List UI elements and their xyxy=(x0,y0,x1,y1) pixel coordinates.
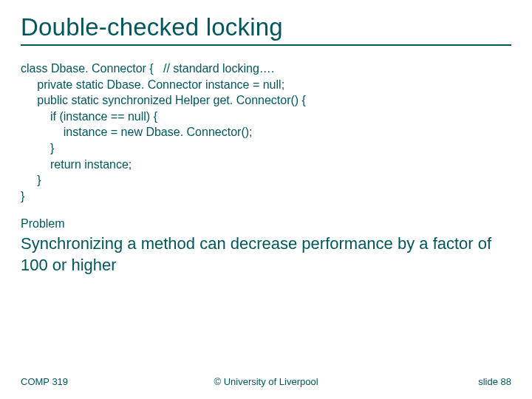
title-rule xyxy=(21,44,511,46)
code-block: class Dbase. Connector { // standard loc… xyxy=(21,61,511,204)
slide-title: Double-checked locking xyxy=(21,13,511,41)
slide: Double-checked locking class Dbase. Conn… xyxy=(0,0,532,399)
footer-center: © University of Liverpool xyxy=(214,376,318,387)
footer-right: slide 88 xyxy=(478,376,511,387)
footer-left: COMP 319 xyxy=(21,376,68,387)
problem-body: Synchronizing a method can decrease perf… xyxy=(21,233,511,276)
footer: COMP 319 © University of Liverpool slide… xyxy=(0,376,532,387)
problem-label: Problem xyxy=(21,217,511,231)
